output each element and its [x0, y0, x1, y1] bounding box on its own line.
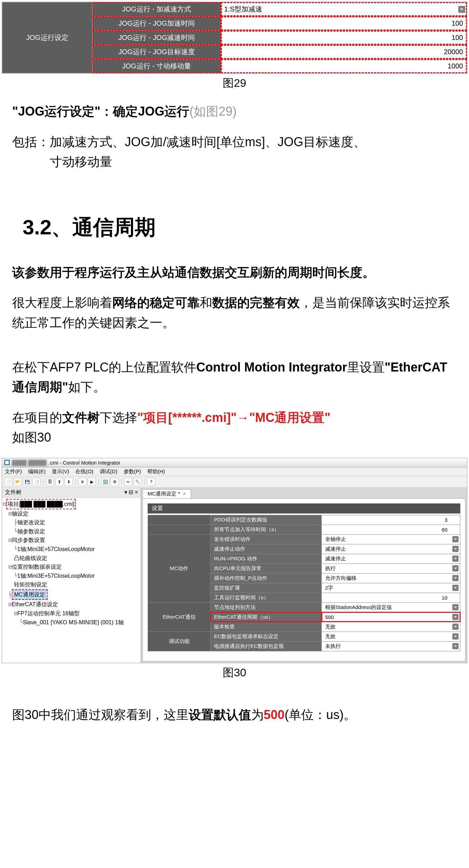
setting-value[interactable]: 500 [322, 612, 460, 622]
setting-value[interactable]: 允许方向偏移 [322, 573, 460, 583]
setting-label: 节点地址判别方法 [211, 602, 322, 612]
tool-icon[interactable]: ⚙ [110, 478, 119, 486]
chevron-down-icon[interactable] [452, 633, 459, 640]
tree-item[interactable]: 转矩控制设定 [3, 580, 140, 589]
setting-value[interactable]: 60 [322, 525, 460, 534]
p5: 在松下AFP7 PLC的上位配置软件Control Motion Integra… [12, 357, 457, 397]
main-pane: MC通用设定 *× 设置 PDO错误判定次数阈值3所有节点加入等待时间（s）60… [141, 488, 467, 663]
toolbar: 📄 📂 💾 📑 🗄 ⬆ ⬇ ⏸ ▶ 🔢 ⚙ ✏ 🔧 ? [2, 476, 467, 488]
tree-item[interactable]: ⊟ 轴设定 [3, 509, 140, 518]
fig29-caption: 图29 [2, 76, 467, 91]
fig29-row-value[interactable]: 1:S型加减速 [221, 2, 467, 16]
upload-icon[interactable]: ⬆ [55, 478, 64, 486]
tree-item[interactable]: ⊟ 同步参数设置 [3, 536, 140, 545]
chevron-down-icon[interactable] [452, 556, 459, 562]
download-icon[interactable]: ⬇ [65, 478, 73, 486]
p2: 包括：加减速方式、JOG加/减速时间[单位ms]、JOG目标速度、 寸动移动量 [12, 132, 457, 172]
tree-item[interactable]: └ 1轴:Mini3E+57CloseLoopMotor [3, 571, 140, 581]
tree-item[interactable]: ⊟ 位置控制数据表设定 [3, 562, 140, 571]
setting-label: EtherCAT通信周期（us） [211, 612, 322, 622]
setting-value[interactable]: 未执行 [322, 641, 460, 651]
chevron-down-icon[interactable] [452, 536, 459, 542]
chevron-down-icon[interactable] [452, 614, 459, 620]
setting-value[interactable]: 减速停止 [322, 544, 460, 554]
section-heading: 3.2、通信周期 [23, 214, 446, 242]
menu-item[interactable]: 编辑(E) [28, 468, 46, 475]
tree-item[interactable]: ⊟ FP7运动控制单元 16轴型 [3, 609, 140, 618]
tree-item[interactable]: ⊟ EtherCAT通信设定 [3, 600, 140, 609]
tree-header: 文件树 [5, 489, 22, 496]
p1-bold: "JOG运行设定"：确定JOG运行 [12, 104, 189, 118]
chevron-down-icon[interactable] [452, 575, 459, 581]
close-icon[interactable]: × [183, 491, 186, 496]
app-icon [4, 460, 10, 465]
setting-label: 工具运行监视时间（s） [211, 593, 322, 602]
chevron-down-icon[interactable] [452, 546, 459, 552]
menu-item[interactable]: 在线(O) [75, 468, 93, 475]
setting-group: MC动作 [148, 534, 211, 602]
fig29-table: JOG运行设定 JOG运行 - 加减速方式 1:S型加减速 JOG运行 - JO… [2, 2, 467, 74]
fig29-group: JOG运行设定 [2, 2, 92, 73]
svg-rect-1 [5, 461, 9, 464]
save-icon[interactable]: 📑 [32, 478, 41, 486]
db-icon[interactable]: 🗄 [46, 478, 54, 486]
setting-value[interactable]: 减速停止 [322, 554, 460, 564]
p3: 该参数用于程序运行及主从站通信数据交互刷新的周期时间长度。 [12, 262, 457, 283]
setting-group: EtherCAT通信 [148, 602, 211, 632]
save-icon[interactable]: 💾 [23, 478, 31, 486]
chevron-down-icon[interactable] [452, 565, 459, 571]
setting-value[interactable]: 3 [322, 515, 460, 525]
chevron-down-icon[interactable] [452, 585, 459, 591]
menu-item[interactable]: 参数(P) [124, 468, 141, 475]
tree-pane: 文件树▾ ⊟ × ⊟ 项目[███ ███ ████.cmi] ⊟ 轴设定 ├ … [2, 488, 141, 663]
setting-value[interactable]: 根据StationAddress的设定值 [322, 602, 460, 612]
setting-value[interactable]: 10 [322, 593, 460, 602]
setting-label: 插补动作控制_P点动作 [211, 573, 322, 583]
open-icon[interactable]: 📂 [14, 478, 22, 486]
fig30-window: ████ █████.cmi - Control Motion Integrat… [2, 458, 467, 663]
p7: 图30中我们通过观察看到，这里设置默认值为500(单位：us)。 [12, 705, 457, 725]
settings-table: PDO错误判定次数阈值3所有节点加入等待时间（s）60MC动作发生错误时动作全轴… [148, 515, 460, 651]
fig30-caption: 图30 [2, 665, 467, 681]
tree-item[interactable]: ├ MC通用设定 [3, 589, 140, 600]
tree-item[interactable]: 凸轮曲线设定 [3, 554, 140, 563]
menu-item[interactable]: 调试(D) [100, 468, 117, 475]
tree-item[interactable]: └ 轴参数设定 [3, 527, 140, 536]
panel-header: 设置 [148, 503, 460, 514]
tab-mc-settings[interactable]: MC通用设定 *× [142, 489, 191, 498]
help-icon[interactable]: ? [147, 478, 155, 486]
tool-icon[interactable]: 🔢 [101, 478, 109, 486]
tree-item[interactable]: └ 1轴:Mini3E+57CloseLoopMotor [3, 545, 140, 554]
pause-icon[interactable]: ⏸ [78, 478, 87, 486]
setting-label: PDO错误判定次数阈值 [211, 515, 322, 525]
menu-item[interactable]: 帮助(H) [147, 468, 165, 475]
menu-item[interactable]: 文件(F) [5, 468, 22, 475]
setting-label: 监控值扩展 [211, 583, 322, 593]
chevron-down-icon[interactable] [452, 604, 459, 610]
play-icon[interactable]: ▶ [88, 478, 96, 486]
chevron-down-icon[interactable] [458, 6, 465, 13]
tree-pin-icon[interactable]: ▾ ⊟ × [124, 489, 138, 496]
setting-label: EC数据包监视请求标志设定 [211, 632, 322, 641]
tree-item[interactable]: └ Slave_001 [YAKO MS-MINI3E] (001) 1轴 [3, 618, 140, 627]
tree-item[interactable]: ├ 轴更改设定 [3, 518, 140, 527]
edit-icon[interactable]: ✏ [124, 478, 132, 486]
p1-gray: (如图29) [189, 104, 237, 118]
setting-value[interactable]: 全轴停止 [322, 534, 460, 544]
menubar: 文件(F)编辑(E)显示(V)在线(O)调试(D)参数(P)帮助(H) [2, 467, 467, 476]
setting-label: 所有节点加入等待时间（s） [211, 525, 322, 534]
setting-label: 发生错误时动作 [211, 534, 322, 544]
setting-label: 电源接通后执行EC数据包监视 [211, 641, 322, 651]
setting-value[interactable]: 2字 [322, 583, 460, 593]
setting-value[interactable]: 无效 [322, 632, 460, 641]
tool-icon[interactable]: 🔧 [133, 478, 142, 486]
p4: 很大程度上影响着网络的稳定可靠和数据的完整有效，是当前保障该实时运控系统正常工作… [12, 293, 457, 333]
setting-value[interactable]: 执行 [322, 564, 460, 573]
setting-value[interactable]: 无效 [322, 622, 460, 632]
chevron-down-icon[interactable] [452, 624, 459, 630]
chevron-down-icon[interactable] [452, 643, 459, 649]
tree-item[interactable]: ⊟ 项目[███ ███ ████.cmi] [3, 499, 140, 509]
menu-item[interactable]: 显示(V) [52, 468, 69, 475]
setting-label: 版本检查 [211, 622, 322, 632]
new-icon[interactable]: 📄 [4, 478, 13, 486]
